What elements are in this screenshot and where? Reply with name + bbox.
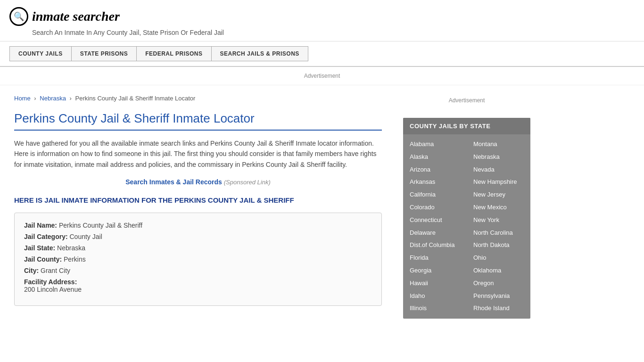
state-col-left: AlabamaAlaskaArizonaArkansasCaliforniaCo… — [403, 138, 467, 315]
state-col-right: MontanaNebraskaNevadaNew HampshireNew Je… — [467, 138, 530, 315]
nav-search-jails[interactable]: SEARCH JAILS & PRISONS — [211, 46, 308, 61]
state-link[interactable]: Idaho — [410, 290, 460, 303]
state-link[interactable]: Alabama — [410, 138, 460, 151]
state-link[interactable]: Rhode Island — [473, 302, 524, 315]
state-link[interactable]: Nebraska — [473, 151, 524, 164]
state-link[interactable]: Oregon — [473, 277, 524, 290]
state-link[interactable]: North Carolina — [473, 227, 524, 239]
info-heading: HERE IS JAIL INMATE INFORMATION FOR THE … — [14, 195, 382, 205]
sponsored-label: (Sponsored Link) — [224, 179, 271, 186]
state-link[interactable]: New Mexico — [473, 201, 524, 214]
state-link[interactable]: Delaware — [410, 227, 460, 239]
header: 🔍 inmate searcher Search An Inmate In An… — [0, 0, 644, 41]
breadcrumb-sep1: › — [34, 95, 36, 102]
state-link[interactable]: New York — [473, 214, 524, 227]
state-link[interactable]: Hawaii — [410, 277, 460, 290]
search-inmates-link[interactable]: Search Inmates & Jail Records — [125, 178, 222, 186]
state-link[interactable]: New Hampshire — [473, 176, 524, 189]
state-link[interactable]: Georgia — [410, 264, 460, 277]
state-link[interactable]: Dist.of Columbia — [410, 239, 460, 252]
jail-county-row: Jail County: Perkins — [24, 255, 372, 263]
breadcrumb-sep2: › — [70, 95, 72, 102]
page-title: Perkins County Jail & Sheriff Inmate Loc… — [14, 111, 382, 131]
content-area: Home › Nebraska › Perkins County Jail & … — [0, 85, 396, 326]
state-list: AlabamaAlaskaArizonaArkansasCaliforniaCo… — [403, 134, 530, 319]
jail-address-label: Facility Address: — [24, 278, 77, 286]
jail-state-label: Jail State: — [24, 244, 55, 252]
description: We have gathered for you all the availab… — [14, 138, 382, 170]
main-layout: Home › Nebraska › Perkins County Jail & … — [0, 85, 644, 326]
navigation: COUNTY JAILS STATE PRISONS FEDERAL PRISO… — [0, 41, 644, 67]
jail-state-row: Jail State: Nebraska — [24, 244, 372, 252]
state-link[interactable]: Alaska — [410, 151, 460, 164]
state-link[interactable]: Arkansas — [410, 176, 460, 189]
jail-city-row: City: Grant City — [24, 267, 372, 274]
jail-category-row: Jail Category: County Jail — [24, 233, 372, 240]
county-jails-box: COUNTY JAILS BY STATE AlabamaAlaskaArizo… — [403, 118, 530, 319]
county-jails-title: COUNTY JAILS BY STATE — [403, 118, 530, 134]
breadcrumb: Home › Nebraska › Perkins County Jail & … — [14, 95, 382, 102]
state-link[interactable]: Ohio — [473, 252, 524, 264]
state-link[interactable]: Illinois — [410, 302, 460, 315]
jail-county-label: Jail County: — [24, 255, 62, 263]
tagline: Search An Inmate In Any County Jail, Sta… — [32, 29, 635, 36]
jail-category-label: Jail Category: — [24, 233, 68, 240]
state-link[interactable]: Pennsylvania — [473, 290, 524, 303]
jail-city-label: City: — [24, 267, 39, 274]
nav-county-jails[interactable]: COUNTY JAILS — [9, 46, 71, 61]
jail-state-value: Nebraska — [57, 244, 85, 252]
ad-banner: Advertisement — [0, 67, 644, 85]
state-link[interactable]: Arizona — [410, 164, 460, 176]
state-link[interactable]: North Dakota — [473, 239, 524, 252]
jail-county-value: Perkins — [64, 255, 86, 263]
state-link[interactable]: Florida — [410, 252, 460, 264]
logo-icon: 🔍 — [9, 7, 28, 26]
breadcrumb-current: Perkins County Jail & Sheriff Inmate Loc… — [75, 95, 196, 102]
nav-federal-prisons[interactable]: FEDERAL PRISONS — [136, 46, 211, 61]
sidebar: Advertisement COUNTY JAILS BY STATE Alab… — [396, 85, 537, 326]
jail-address-value: 200 Lincoln Avenue — [24, 286, 372, 293]
jail-category-value: County Jail — [69, 233, 102, 240]
jail-address-row: Facility Address: 200 Lincoln Avenue — [24, 278, 372, 293]
sidebar-ad: Advertisement — [403, 92, 530, 108]
state-link[interactable]: Oklahoma — [473, 264, 524, 277]
jail-city-value: Grant City — [41, 267, 70, 274]
jail-info-box: Jail Name: Perkins County Jail & Sheriff… — [14, 213, 382, 306]
state-link[interactable]: New Jersey — [473, 189, 524, 201]
logo-area: 🔍 inmate searcher — [9, 7, 635, 26]
state-link[interactable]: Montana — [473, 138, 524, 151]
breadcrumb-state[interactable]: Nebraska — [40, 95, 66, 102]
search-link-area: Search Inmates & Jail Records (Sponsored… — [14, 178, 382, 186]
jail-name-value: Perkins County Jail & Sheriff — [59, 222, 142, 229]
state-link[interactable]: Nevada — [473, 164, 524, 176]
jail-name-label: Jail Name: — [24, 222, 57, 229]
nav-state-prisons[interactable]: STATE PRISONS — [71, 46, 136, 61]
state-link[interactable]: California — [410, 189, 460, 201]
jail-name-row: Jail Name: Perkins County Jail & Sheriff — [24, 222, 372, 229]
state-link[interactable]: Colorado — [410, 201, 460, 214]
breadcrumb-home[interactable]: Home — [14, 95, 31, 102]
state-link[interactable]: Connecticut — [410, 214, 460, 227]
logo-text: inmate searcher — [32, 9, 120, 24]
